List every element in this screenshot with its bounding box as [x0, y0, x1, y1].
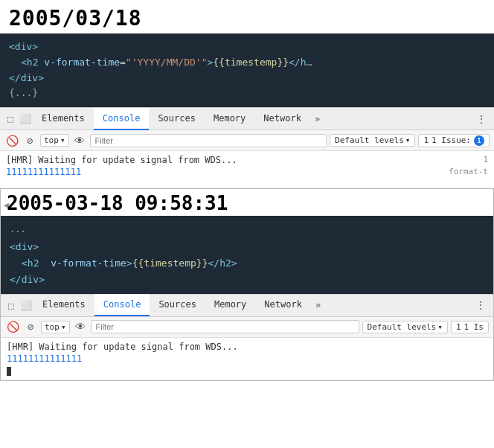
tab-elements-label: Elements	[42, 113, 85, 124]
bracket-end: >	[207, 55, 213, 71]
issue-label: 1 Issue:	[432, 135, 471, 145]
top-browser-page: 2005/03/18 <div> <h2 v-format-time="'YYY…	[0, 0, 494, 188]
console2-cursor	[7, 367, 11, 376]
tab2-elements[interactable]: Elements	[33, 294, 94, 316]
console-number: 11111111111111	[6, 167, 81, 177]
code-line-4: {...}	[9, 86, 485, 101]
tab-sources[interactable]: Sources	[149, 108, 205, 130]
attr-val: "'YYYY/MM/DD'"	[126, 55, 208, 71]
attr: v-format-time	[38, 55, 120, 71]
tab2-console[interactable]: Console	[94, 294, 150, 316]
filter-icon[interactable]: ⊘	[22, 133, 37, 148]
devtools-settings-icon[interactable]: ⋮	[472, 113, 491, 125]
context2-arrow: ▾	[61, 322, 66, 332]
devtools-top: ⬚ ⬜ Elements Console Sources Memory Netw…	[0, 107, 494, 188]
bracket: <	[10, 241, 16, 252]
second-code-line-1: <div>	[10, 239, 484, 255]
code-line-1: <div>	[9, 39, 485, 55]
issue2-count-label: 1	[456, 322, 461, 332]
console-text-1: [HMR] Waiting for update signal from WDS…	[6, 155, 237, 165]
devtools-bottom-tabbar: ⬚ ⬜ Elements Console Sources Memory Netw…	[1, 295, 493, 317]
issue2-label: 1 Is	[464, 322, 484, 332]
devtools-phone-icon[interactable]: ⬜	[18, 112, 33, 127]
devtools2-cursor-icon[interactable]: ⬚	[4, 298, 19, 313]
devtools-bottom-toolbar: 🚫 ⊘ top ▾ 👁 Default levels ▾ 1 1 Is	[1, 317, 493, 338]
second-date: 2005-03-18 09:58:31	[7, 189, 493, 216]
default-levels2-select[interactable]: Default levels ▾	[362, 321, 448, 333]
tab2-console-label: Console	[103, 299, 141, 310]
devtools-more-tabs[interactable]: »	[310, 111, 324, 127]
h2-tag: h2	[28, 257, 39, 269]
tab-elements[interactable]: Elements	[33, 108, 94, 130]
devtools2-phone-icon[interactable]: ⬜	[19, 298, 33, 313]
devtools2-more-tabs[interactable]: »	[311, 297, 325, 313]
context2-label: top	[45, 322, 60, 332]
issue2-badge[interactable]: 1 1 Is	[451, 321, 489, 333]
close-bracket-end: >	[231, 257, 237, 269]
tag-div: div	[15, 39, 32, 55]
default-levels2-arrow: ▾	[437, 322, 443, 332]
top-code-panel: <div> <h2 v-format-time="'YYYY/MM/DD'">{…	[0, 33, 494, 107]
code-line-2: <h2 v-format-time="'YYYY/MM/DD'">{{times…	[21, 55, 485, 71]
template-text: {{timestemp}}	[213, 55, 289, 71]
second-page-top: ◂ 2005-03-18 09:58:31	[1, 189, 493, 216]
context-arrow: ▾	[60, 135, 65, 145]
bracket: <	[21, 55, 27, 71]
devtools2-settings-icon[interactable]: ⋮	[471, 299, 490, 311]
div-close-tag: div	[22, 274, 39, 285]
second-code-line-2: <h2 v-format-time>{{timestemp}}</h2>	[22, 255, 484, 272]
clear-console-icon[interactable]: 🚫	[4, 133, 19, 148]
filter2-input[interactable]	[91, 320, 359, 333]
tab2-sources[interactable]: Sources	[150, 294, 205, 316]
tab2-network[interactable]: Network	[255, 294, 311, 316]
bracket-close: >	[32, 39, 38, 55]
close-tag-h2: </	[208, 257, 219, 269]
bracket: </	[9, 71, 21, 86]
filter2-icon[interactable]: ⊘	[23, 319, 38, 334]
bracket-end2: >	[126, 257, 132, 269]
tab-sources-label: Sources	[158, 113, 196, 124]
devtools-top-console-output: [HMR] Waiting for update signal from WDS…	[0, 151, 494, 188]
issue-icon: 1	[474, 135, 484, 146]
tab-console-label: Console	[103, 113, 141, 124]
tab-memory-label: Memory	[214, 113, 246, 124]
default-levels2-label: Default levels	[368, 322, 437, 332]
eye2-icon[interactable]: 👁	[73, 319, 88, 334]
top-date: 2005/03/18	[9, 6, 485, 31]
tab-memory[interactable]: Memory	[205, 108, 254, 130]
devtools-top-tabbar: ⬚ ⬜ Elements Console Sources Memory Netw…	[0, 108, 494, 130]
tab-network[interactable]: Network	[254, 108, 310, 130]
bracket-end: >	[39, 274, 45, 285]
resize-handle[interactable]: ◂	[1, 189, 7, 212]
second-code-panel: ... <div> <h2 v-format-time>{{timestemp}…	[1, 216, 493, 294]
console2-text-1: [HMR] Waiting for update signal from WDS…	[7, 342, 238, 352]
clear-console2-icon[interactable]: 🚫	[5, 319, 20, 334]
default-levels-select[interactable]: Default levels ▾	[330, 134, 415, 147]
context2-select[interactable]: top ▾	[41, 321, 70, 333]
bracket: <	[9, 39, 15, 55]
default-levels-label: Default levels	[335, 135, 404, 145]
code-line-3: </div>	[9, 71, 485, 86]
second-browser-window: ◂ 2005-03-18 09:58:31 ... <div> <h2 v-fo…	[0, 188, 494, 381]
ellipsis-dots: ...	[10, 222, 484, 238]
devtools-bottom-console-output: [HMR] Waiting for update signal from WDS…	[1, 338, 493, 380]
filter-input[interactable]	[90, 134, 327, 147]
tab-console[interactable]: Console	[94, 108, 150, 130]
context-select[interactable]: top ▾	[40, 134, 69, 147]
issue-badge[interactable]: 1 1 Issue: 1	[418, 134, 490, 147]
devtools-cursor-icon[interactable]: ⬚	[3, 112, 18, 127]
eq: =	[120, 55, 126, 71]
console-line-1: [HMR] Waiting for update signal from WDS…	[6, 154, 488, 166]
close-h2: h	[301, 55, 307, 71]
tab2-memory[interactable]: Memory	[205, 294, 255, 316]
console-line-2: 11111111111111 format-t	[6, 166, 488, 178]
attr-vformat: v-format-time	[45, 257, 126, 269]
eye-icon[interactable]: 👁	[72, 133, 87, 148]
console2-number: 11111111111111	[7, 353, 82, 364]
issue-count-label: 1	[423, 135, 429, 145]
tab2-memory-label: Memory	[214, 299, 246, 310]
console2-line-2: 11111111111111	[7, 353, 487, 365]
default-levels-arrow: ▾	[405, 135, 411, 145]
context-label: top	[44, 135, 59, 145]
ellipsis-cut: …	[307, 55, 312, 71]
